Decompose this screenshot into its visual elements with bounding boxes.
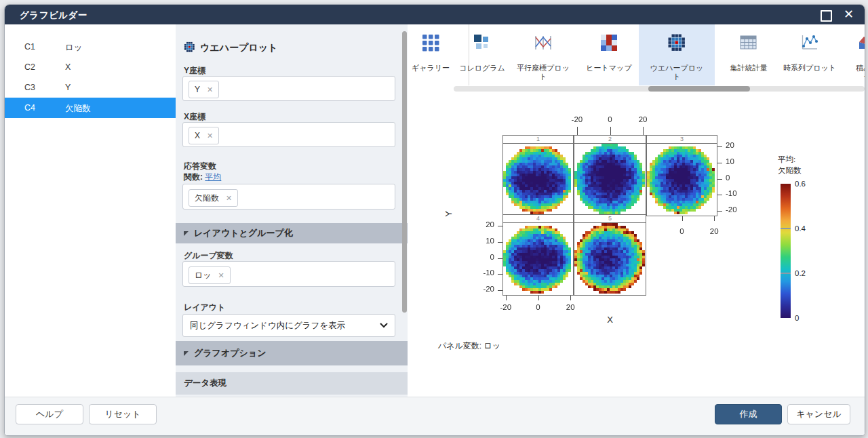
- axis-tick: [577, 127, 578, 135]
- axis-tick-label: -20: [496, 303, 516, 311]
- axis-tick-label: 0: [474, 253, 494, 261]
- axis-tick: [538, 296, 539, 300]
- x-coordinate-label: X座標: [184, 111, 205, 123]
- wafer-panel-1: 1: [502, 135, 574, 216]
- gallery-scrollbar-track[interactable]: [454, 86, 865, 92]
- axis-tick-label: 0: [528, 303, 549, 311]
- title-bar[interactable]: グラフビルダー ✕: [5, 5, 865, 24]
- axis-tick: [714, 216, 715, 221]
- axis-tick-label: -20: [474, 285, 494, 293]
- response-field[interactable]: 欠陥数✕: [182, 184, 395, 210]
- gallery-item-stacked[interactable]: 積み上 ラ: [833, 24, 865, 85]
- gallery-scrollbar-thumb[interactable]: [648, 86, 750, 92]
- chip-remove-icon[interactable]: ✕: [207, 85, 213, 94]
- axis-tick-label: -10: [726, 189, 746, 197]
- column-name: Y: [65, 83, 71, 92]
- group-variable-label: グループ変数: [184, 250, 233, 262]
- collapse-triangle-icon: [184, 351, 189, 356]
- column-row-C4[interactable]: C4欠陥数: [5, 98, 176, 118]
- dialog-title: グラフビルダー: [20, 9, 87, 22]
- panel-header-label: 3: [647, 136, 717, 144]
- section-layout-grouping[interactable]: レイアウトとグループ化: [176, 223, 408, 243]
- gallery-item-summary[interactable]: 集計統計量: [715, 24, 783, 85]
- function-line: 関数: 平均: [184, 172, 221, 183]
- cancel-button[interactable]: キャンセル: [787, 404, 850, 424]
- wafer-canvas-2: [574, 144, 645, 215]
- wafer-icon: [639, 33, 715, 54]
- panel-header-label: 5: [574, 215, 646, 223]
- column-row-C1[interactable]: C1ロッ: [5, 37, 176, 57]
- response-chip[interactable]: 欠陥数✕: [189, 189, 238, 207]
- y-coordinate-field[interactable]: Y✕: [182, 76, 395, 101]
- axis-tick-label: 20: [726, 141, 746, 149]
- x-chip[interactable]: X✕: [189, 127, 219, 144]
- colorbar-tick-label: 0.6: [795, 180, 806, 188]
- gallery-item-label: ウエハープロッ ト: [639, 64, 715, 81]
- colorbar-tick: [781, 273, 791, 274]
- wafer-panel-3: 3: [646, 135, 717, 216]
- wafer-panel-2: 2: [574, 135, 646, 216]
- gallery-item-parallel[interactable]: 平行座標プロッ ト: [509, 24, 577, 85]
- footer-bar: ヘルプ リセット 作成 キャンセル: [5, 397, 865, 435]
- create-button[interactable]: 作成: [715, 404, 782, 424]
- column-name: ロッ: [65, 42, 83, 54]
- gallery-item-heatmap[interactable]: ヒートマップ: [575, 24, 643, 85]
- wafer-canvas-4: [503, 223, 572, 294]
- gallery-item-wafer[interactable]: ウエハープロッ ト: [639, 24, 715, 85]
- chip-remove-icon[interactable]: ✕: [226, 194, 232, 203]
- chip-remove-icon[interactable]: ✕: [218, 271, 224, 280]
- colorbar-gradient: [781, 184, 791, 318]
- graph-builder-dialog: グラフビルダー ✕ C1ロッC2XC3YC4欠陥数 ウエハープロット Y座標 Y…: [4, 4, 865, 436]
- column-name: X: [65, 62, 71, 72]
- group-variable-field[interactable]: ロッ✕: [182, 261, 395, 287]
- colorbar-tick-label: 0: [795, 314, 799, 322]
- y-chip[interactable]: Y✕: [189, 81, 219, 98]
- colorbar-title-line1: 平均:: [778, 155, 795, 165]
- settings-scrollbar[interactable]: [402, 31, 407, 313]
- column-row-C3[interactable]: C3Y: [5, 77, 176, 98]
- help-button[interactable]: ヘルプ: [16, 404, 83, 424]
- group-chip[interactable]: ロッ✕: [189, 266, 231, 284]
- function-link[interactable]: 平均: [205, 172, 221, 182]
- wafer-canvas-5: [574, 223, 645, 294]
- axis-tick: [498, 242, 502, 243]
- gallery-item-label: ヒートマップ: [575, 64, 643, 73]
- x-coordinate-field[interactable]: X✕: [182, 122, 395, 147]
- axis-tick-label: -20: [567, 115, 587, 123]
- summary-icon: [715, 33, 783, 54]
- columns-panel: C1ロッC2XC3YC4欠陥数: [5, 24, 176, 397]
- axis-tick-label: 0: [672, 227, 692, 235]
- axis-tick: [498, 274, 502, 275]
- gallery-item-label: コレログラム: [448, 64, 516, 73]
- maximize-icon[interactable]: [821, 10, 832, 22]
- axis-tick-label: -10: [474, 268, 494, 277]
- gallery-item-correlogram[interactable]: コレログラム: [448, 24, 516, 85]
- gallery-icon: [408, 33, 454, 54]
- axis-tick: [506, 296, 507, 300]
- axis-tick: [498, 226, 502, 226]
- column-row-C2[interactable]: C2X: [5, 57, 176, 77]
- wafer-canvas-1: [503, 144, 572, 215]
- colorbar-tick: [781, 228, 791, 229]
- panel-variable-note: パネル変数: ロッ: [438, 340, 500, 352]
- panel-header-label: 4: [503, 215, 573, 223]
- preview-pane: ギャラリーコレログラム平行座標プロッ トヒートマップウエハープロッ ト集計統計量…: [408, 24, 865, 397]
- reset-button[interactable]: リセット: [89, 404, 157, 424]
- gallery-item-gallery[interactable]: ギャラリー: [408, 24, 454, 85]
- collapse-triangle-icon: [184, 231, 189, 236]
- wafer-panel-5: 5: [574, 214, 646, 296]
- layout-select[interactable]: 同じグラフウィンドウ内にグラフを表示: [182, 314, 395, 337]
- panel-header-label: 1: [503, 136, 573, 144]
- axis-tick: [717, 163, 722, 163]
- chip-remove-icon[interactable]: ✕: [207, 132, 213, 140]
- screen: グラフビルダー ✕ C1ロッC2XC3YC4欠陥数 ウエハープロット Y座標 Y…: [0, 0, 868, 438]
- close-icon[interactable]: ✕: [844, 7, 854, 22]
- x-axis-title: X: [570, 315, 650, 325]
- axis-tick: [717, 146, 722, 147]
- layout-label: レイアウト: [184, 302, 225, 313]
- axis-tick: [682, 216, 683, 221]
- gallery-item-label: 平行座標プロッ ト: [509, 64, 577, 81]
- wafer-plot-icon: [184, 41, 195, 55]
- axis-tick-label: 20: [704, 227, 724, 235]
- section-graph-options[interactable]: グラフオプション: [176, 341, 408, 365]
